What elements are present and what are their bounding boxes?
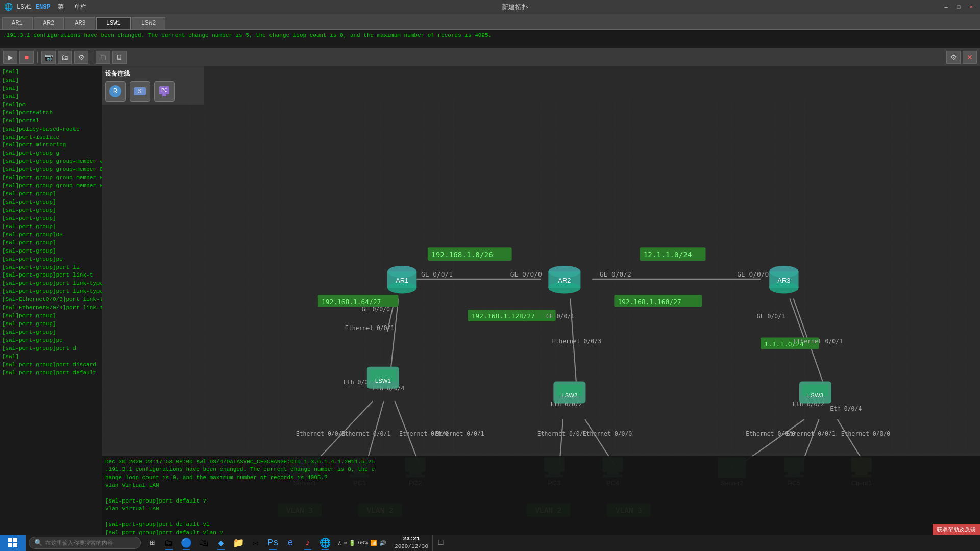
svg-text:GE 0/0/1: GE 0/0/1 bbox=[546, 313, 574, 320]
svg-text:Ethernet 0/0/1: Ethernet 0/0/1 bbox=[341, 430, 391, 437]
terminal-line: [swl]port-group group-member Ethernet 0/… bbox=[2, 182, 100, 190]
taskbar-app-mail[interactable]: ✉ bbox=[247, 535, 264, 551]
terminal-panel[interactable]: [swl] [swl] [swl] [swl] [swl]po [swl]por… bbox=[0, 66, 102, 551]
arrow-up-icon[interactable]: ∧ bbox=[338, 540, 341, 546]
taskbar-start-button[interactable] bbox=[0, 535, 26, 551]
terminal-line: [swl]po bbox=[2, 101, 100, 109]
toolbar-btn3[interactable]: ◻ bbox=[96, 51, 110, 64]
terminal-line: [swl-port-group] bbox=[2, 215, 100, 223]
device-icons: R S PC bbox=[105, 81, 201, 102]
taskbar-app-music[interactable]: ♪ bbox=[299, 535, 316, 551]
btm-line-3: hange loop count is 0, and the maximum n… bbox=[105, 474, 977, 482]
svg-text:AR3: AR3 bbox=[777, 277, 790, 284]
taskbar-app-photoshop[interactable]: Ps bbox=[264, 535, 282, 551]
device-ar3[interactable]: AR3 bbox=[769, 266, 798, 293]
terminal-line: [swl] bbox=[2, 77, 100, 85]
taskbar-app-ensp[interactable]: 🌐 bbox=[316, 535, 334, 551]
tab-lsw2[interactable]: LSW2 bbox=[132, 17, 166, 29]
top-info: .191.3.1 configurations have been change… bbox=[0, 30, 980, 48]
topology-area[interactable]: 设备连线 R S PC bbox=[102, 66, 980, 551]
toolbar: ▶ ■ 📷 🗂 ⚙ ◻ 🖥 ⚙ ✕ bbox=[0, 48, 980, 66]
clock-time: 23:21 bbox=[395, 535, 428, 543]
svg-rect-119 bbox=[8, 538, 12, 542]
toolbar-capture-btn[interactable]: 📷 bbox=[41, 51, 56, 64]
device-sidebar-title: 设备连线 bbox=[105, 69, 201, 78]
tab-ar2[interactable]: AR2 bbox=[34, 17, 64, 29]
toolbar-btn4[interactable]: 🖥 bbox=[112, 51, 127, 64]
toolbar-topology-btn[interactable]: 🗂 bbox=[58, 51, 72, 64]
device-lsw2[interactable]: LSW2 bbox=[553, 381, 585, 403]
terminal-line: [swl-port-group]port d bbox=[2, 345, 100, 353]
svg-text:AR2: AR2 bbox=[558, 277, 571, 284]
close-btn[interactable]: × bbox=[966, 3, 976, 11]
terminal-line: [swl-port-group] bbox=[2, 207, 100, 215]
search-icon: 🔍 bbox=[34, 539, 42, 547]
toolbar-settings-btn[interactable]: ⚙ bbox=[946, 51, 961, 64]
toolbar-sep2 bbox=[92, 52, 92, 63]
device-icon-switch[interactable]: S bbox=[130, 81, 150, 102]
tab-ar1[interactable]: AR1 bbox=[2, 17, 33, 29]
menu-item-2[interactable]: 单栏 bbox=[71, 2, 89, 12]
btm-line-7: vlan Virtual LAN bbox=[105, 505, 977, 513]
svg-text:Ethernet 0/0/3: Ethernet 0/0/3 bbox=[552, 338, 602, 345]
toolbar-config-btn[interactable]: ⚙ bbox=[74, 51, 88, 64]
terminal-line: [swl-port-group]port li bbox=[2, 264, 100, 272]
taskbar-search-bar[interactable]: 🔍 bbox=[29, 537, 141, 549]
taskview-btn[interactable]: ⊞ bbox=[144, 535, 160, 551]
svg-text:GE 0/0/1: GE 0/0/1 bbox=[421, 271, 453, 279]
device-lsw3[interactable]: LSW3 bbox=[799, 381, 831, 403]
svg-text:Ethernet 0/0/1: Ethernet 0/0/1 bbox=[345, 324, 395, 332]
svg-text:Ethernet 0/0/1: Ethernet 0/0/1 bbox=[537, 430, 587, 437]
show-desktop-btn[interactable]: □ bbox=[432, 535, 449, 551]
toolbar-close-btn[interactable]: ✕ bbox=[963, 51, 977, 64]
help-button[interactable]: 获取帮助及反馈 bbox=[933, 524, 980, 535]
clock-area[interactable]: 23:21 2020/12/30 bbox=[390, 535, 432, 551]
taskbar-app-fileexplorer[interactable]: 🗂 bbox=[160, 535, 178, 551]
titlebar-right: — □ × bbox=[941, 3, 976, 11]
toolbar-stop-btn[interactable]: ■ bbox=[19, 51, 34, 64]
tab-ar3[interactable]: AR3 bbox=[65, 17, 95, 29]
device-icon-host[interactable]: PC bbox=[154, 81, 175, 102]
device-icon-router[interactable]: R bbox=[105, 81, 126, 102]
battery-icon: 🔋 bbox=[349, 540, 356, 546]
minimize-btn[interactable]: — bbox=[941, 3, 951, 11]
menu-item-1[interactable]: 菜 bbox=[55, 2, 67, 12]
device-ar1[interactable]: AR1 bbox=[387, 266, 416, 293]
svg-rect-122 bbox=[13, 543, 17, 547]
terminal-line: [swl]port-group] bbox=[2, 312, 100, 320]
svg-text:192.168.1.64/27: 192.168.1.64/27 bbox=[322, 298, 381, 306]
terminal-line: [swl-port-group] bbox=[2, 320, 100, 329]
terminal-line: [swl] bbox=[2, 353, 100, 361]
svg-rect-5 bbox=[162, 94, 166, 96]
svg-text:LSW3: LSW3 bbox=[807, 392, 823, 398]
svg-text:R: R bbox=[113, 87, 118, 95]
terminal-line: [swl-port-group] bbox=[2, 198, 100, 207]
taskbar-search-input[interactable] bbox=[45, 540, 132, 546]
maximize-btn[interactable]: □ bbox=[954, 3, 964, 11]
terminal-line: [swl] bbox=[2, 93, 100, 101]
taskbar-app-browser1[interactable]: 🔵 bbox=[178, 535, 195, 551]
svg-text:Ethernet 0/0/0: Ethernet 0/0/0 bbox=[841, 430, 891, 437]
terminal-line: [swl-port-group]port discard bbox=[2, 361, 100, 369]
taskbar-app-store[interactable]: 🛍 bbox=[195, 535, 212, 551]
tab-lsw1[interactable]: LSW1 bbox=[96, 17, 131, 29]
taskbar-apps: 🗂 🔵 🛍 ◆ 📁 ✉ Ps e ♪ 🌐 bbox=[160, 535, 334, 551]
taskbar-app-browser2[interactable]: e bbox=[282, 535, 299, 551]
keyboard-icon: ⌨ bbox=[344, 540, 347, 546]
terminal-line: [swl] bbox=[2, 68, 100, 77]
taskbar-app-outlook[interactable]: ◆ bbox=[212, 535, 230, 551]
btm-line-1: Dec 30 2020 23:17:58-08:00 swl DS/4/DATA… bbox=[105, 458, 977, 466]
device-ar2[interactable]: AR2 bbox=[548, 266, 580, 293]
svg-text:Ethernet 0/0/0: Ethernet 0/0/0 bbox=[296, 430, 346, 437]
notification-area: ∧ ⌨ 🔋 60% 📶 🔊 bbox=[334, 540, 390, 546]
device-lsw1[interactable]: LSW1 bbox=[367, 367, 399, 389]
terminal-line: [swl-port-group]port default bbox=[2, 369, 100, 378]
titlebar-center: 新建拓扑 bbox=[502, 3, 528, 12]
svg-text:Ethernet 0/0/1: Ethernet 0/0/1 bbox=[786, 430, 836, 437]
terminal-line: [swl-port-group] bbox=[2, 223, 100, 231]
toolbar-start-btn[interactable]: ▶ bbox=[3, 51, 17, 64]
svg-text:GE 0/0/0: GE 0/0/0 bbox=[362, 306, 390, 313]
taskbar-app-fileexplorer2[interactable]: 📁 bbox=[230, 535, 247, 551]
app-title: LSW1 bbox=[17, 4, 32, 11]
terminal-line: [swl-Ethernet0/0/4]port link-type access bbox=[2, 304, 100, 312]
